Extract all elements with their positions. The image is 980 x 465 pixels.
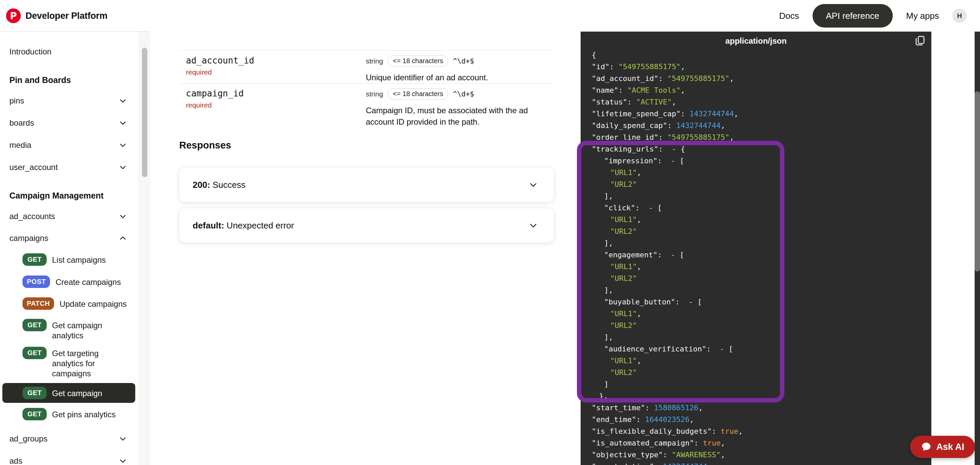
sidebar-group-ads[interactable]: ads xyxy=(10,454,127,465)
method-badge-get: GET xyxy=(22,253,47,266)
param-description: Campaign ID, must be associated with the… xyxy=(366,105,544,128)
sidebar-scrollbar-thumb[interactable] xyxy=(142,48,147,177)
code-line: "impression": - [ xyxy=(581,155,931,167)
sidebar-scrollbar-track xyxy=(138,32,150,465)
chevron-down-icon xyxy=(118,212,127,221)
sidebar-endpoint-update-campaigns[interactable]: PATCHUpdate campaigns xyxy=(22,297,133,310)
code-line: "URL1", xyxy=(581,261,931,272)
code-line: "status": "ACTIVE", xyxy=(581,96,931,108)
content-type-label: application/json xyxy=(725,36,787,46)
json-code-block: {"id": "549755885175","ad_account_id": "… xyxy=(581,49,931,465)
sidebar-group-ad_groups[interactable]: ad_groups xyxy=(10,431,127,446)
header-divider xyxy=(0,31,150,32)
sidebar-group-label: boards xyxy=(10,118,34,128)
response-card-default[interactable]: default: Unexpected error xyxy=(179,208,554,243)
param-constraint-pill: <= 18 characters xyxy=(388,88,448,99)
header-nav-docs[interactable]: Docs xyxy=(779,11,799,21)
header-nav-api-reference[interactable]: API reference xyxy=(813,4,893,27)
sidebar-endpoint-get-campaign-analytics[interactable]: GETGet campaign analytics xyxy=(22,319,133,341)
main-content: ad_account_idrequiredstring<= 18 charact… xyxy=(150,32,581,465)
sidebar-group-label: ad_accounts xyxy=(10,212,55,221)
sidebar-group-label: user_account xyxy=(10,163,58,172)
endpoint-label: List campaigns xyxy=(52,253,130,265)
collapse-toggle-icon[interactable]: - xyxy=(671,251,675,259)
page-scrollbar-thumb[interactable] xyxy=(975,91,980,272)
param-required-badge: required xyxy=(186,101,212,109)
header-nav: DocsAPI referenceMy appsH xyxy=(779,0,967,32)
code-line: "URL2" xyxy=(581,178,931,190)
ask-ai-label: Ask AI xyxy=(936,442,964,452)
copy-icon[interactable] xyxy=(914,35,926,47)
pinterest-developer-platform: P Developer Platform DocsAPI referenceMy… xyxy=(0,0,980,465)
code-line: "objective_type": "AWARENESS", xyxy=(581,449,931,461)
sidebar: IntroductionPin and Boardspinsboardsmedi… xyxy=(0,32,150,465)
code-line: "order_line_id": "549755885175", xyxy=(581,131,931,143)
header: P Developer Platform DocsAPI referenceMy… xyxy=(0,0,980,32)
param-pattern: ^\d+$ xyxy=(453,90,474,98)
collapse-toggle-icon[interactable]: - xyxy=(648,204,653,212)
code-line: "URL1", xyxy=(581,214,931,225)
sidebar-group-label: ads xyxy=(10,456,22,465)
code-panel-header: application/json xyxy=(581,32,931,50)
code-line: "URL2" xyxy=(581,367,931,378)
sidebar-endpoint-list-campaigns[interactable]: GETList campaigns xyxy=(22,253,133,266)
sidebar-group-label: media xyxy=(10,141,31,150)
code-line: }, xyxy=(581,390,931,402)
sidebar-endpoint-create-campaigns[interactable]: POSTCreate campaigns xyxy=(22,275,133,288)
code-line: ], xyxy=(581,190,931,202)
code-line: "tracking_urls": - { xyxy=(581,143,931,155)
sidebar-endpoint-get-campaign[interactable]: GETGet campaign xyxy=(2,383,135,403)
param-type: string xyxy=(366,57,383,65)
param-name: campaign_id xyxy=(186,88,243,98)
method-badge-get: GET xyxy=(22,347,47,359)
code-line: "daily_spend_cap": 1432744744, xyxy=(581,120,931,131)
method-badge-post: POST xyxy=(22,275,50,288)
pinterest-logo-glyph: P xyxy=(10,10,17,21)
header-nav-my-apps[interactable]: My apps xyxy=(906,11,939,21)
chevron-down-icon xyxy=(118,434,127,444)
code-line: "is_automated_campaign": true, xyxy=(581,437,931,449)
collapse-toggle-icon[interactable]: - xyxy=(671,145,676,153)
code-line: "created_time": 1432744744, xyxy=(581,461,931,465)
sidebar-group-campaigns[interactable]: campaigns xyxy=(10,231,127,246)
chevron-down-icon xyxy=(118,163,127,172)
code-line: "id": "549755885175", xyxy=(581,61,931,73)
responses-title: Responses xyxy=(179,140,231,151)
sidebar-item-introduction[interactable]: Introduction xyxy=(10,44,127,59)
param-row-ad_account_id: ad_account_idrequiredstring<= 18 charact… xyxy=(179,50,554,83)
pinterest-logo[interactable]: P xyxy=(6,8,21,23)
param-row-campaign_id: campaign_idrequiredstring<= 18 character… xyxy=(179,83,554,128)
chevron-up-icon xyxy=(118,233,127,243)
chat-bubble-icon xyxy=(921,441,932,452)
endpoint-label: Get campaign analytics xyxy=(52,319,130,341)
code-line: { xyxy=(581,49,931,61)
sidebar-heading-campaign-management: Campaign Management xyxy=(10,188,104,203)
sidebar-group-pins[interactable]: pins xyxy=(10,93,127,108)
sidebar-group-ad_accounts[interactable]: ad_accounts xyxy=(10,209,127,224)
user-avatar[interactable]: H xyxy=(953,9,967,23)
code-line: "name": "ACME Tools", xyxy=(581,84,931,96)
endpoint-label: Create campaigns xyxy=(56,275,133,287)
collapse-toggle-icon[interactable]: - xyxy=(689,298,693,306)
sidebar-group-label: ad_groups xyxy=(10,434,47,444)
response-card-200[interactable]: 200: Success xyxy=(179,168,554,202)
sidebar-endpoint-get-pins-analytics[interactable]: GETGet pins analytics xyxy=(22,408,133,420)
code-line: "URL1", xyxy=(581,355,931,367)
sidebar-group-boards[interactable]: boards xyxy=(10,115,127,130)
collapse-toggle-icon[interactable]: - xyxy=(671,157,675,165)
method-badge-patch: PATCH xyxy=(22,297,54,310)
chevron-down-icon xyxy=(118,118,127,128)
response-label: 200: Success xyxy=(192,180,246,190)
code-line: "end_time": 1644023526, xyxy=(581,414,931,425)
chevron-down-icon xyxy=(118,456,127,465)
ask-ai-button[interactable]: Ask AI xyxy=(910,436,975,458)
sidebar-group-media[interactable]: media xyxy=(10,138,127,153)
chevron-down-icon xyxy=(118,96,127,105)
sidebar-endpoint-get-targeting-analytics[interactable]: GETGet targeting analytics for campaigns xyxy=(22,347,133,379)
sidebar-group-user_account[interactable]: user_account xyxy=(10,160,127,175)
endpoint-label: Get targeting analytics for campaigns xyxy=(52,347,130,379)
code-line: "URL2" xyxy=(581,225,931,237)
sidebar-group-label: campaigns xyxy=(10,233,48,243)
collapse-toggle-icon[interactable]: - xyxy=(719,345,724,353)
endpoint-label: Get campaign xyxy=(52,387,130,398)
